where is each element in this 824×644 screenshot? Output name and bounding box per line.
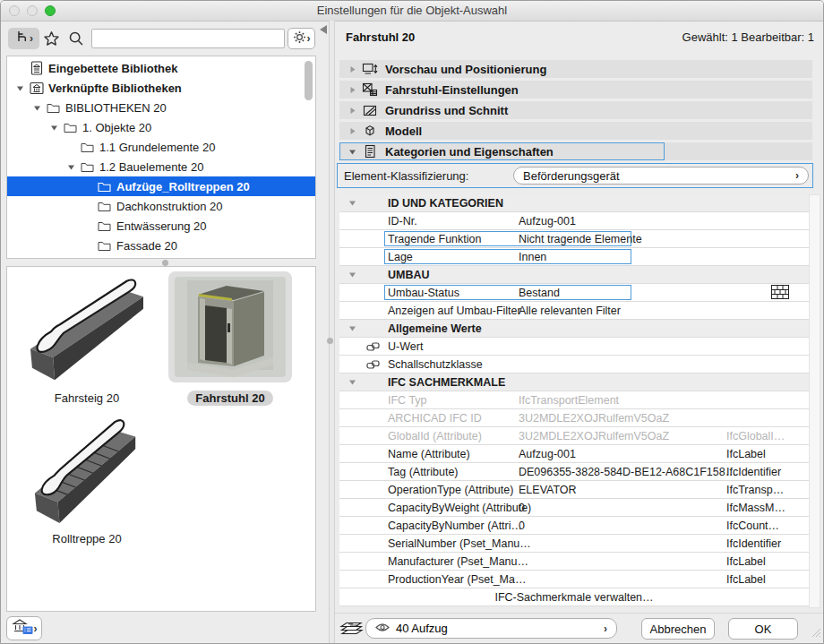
property-value[interactable]: 0 [519, 519, 726, 532]
property-row-anzeigen-auf-umbau-filter[interactable]: Anzeigen auf Umbau-FilterAlle relevanten… [339, 302, 809, 320]
property-value[interactable]: 3U2MDLE2XOJRulfemV5OaZ [519, 430, 726, 442]
collapse-pane-icon[interactable] [320, 25, 327, 34]
tree-item-bibliotheken-20[interactable]: BIBLIOTHEKEN 20 [7, 98, 315, 117]
layer-dropdown[interactable]: 40 Aufzug › [365, 618, 617, 639]
property-value[interactable]: IfcTransportElement [519, 394, 726, 407]
tree-item-dachkonstruktion-20[interactable]: Dachkonstruktion 20 [7, 196, 315, 216]
horizontal-splitter[interactable] [162, 260, 168, 266]
property-row-serialnumber-pset-manu[interactable]: SerialNumber (Pset_Manu…IfcIdentifier [339, 535, 809, 553]
folder-icon [44, 102, 63, 114]
property-row-schallschutzklasse[interactable]: Schallschutzklasse [339, 356, 809, 374]
property-row-capacitybyweight-attribute[interactable]: CapacityByWeight (Attribute)0IfcMassM… [339, 499, 809, 517]
tree-item-label: Entwässerung 20 [116, 219, 206, 233]
renovation-brick-icon[interactable] [771, 285, 789, 302]
property-row-productionyear-pset-ma[interactable]: ProductionYear (Pset_Ma…IfcLabel [339, 571, 809, 588]
property-section-allgemeine-werte[interactable]: Allgemeine Werte [339, 320, 809, 338]
property-row-archicad-ifc-id[interactable]: ARCHICAD IFC ID3U2MDLE2XOJRulfemV5OaZ [339, 409, 809, 427]
tree-item-fassade-20[interactable]: Fassade 20 [7, 236, 315, 255]
tree-item-eingebettete-bibliothek[interactable]: Eingebettete Bibliothek [7, 58, 315, 78]
property-row-lage[interactable]: LageInnen [339, 248, 809, 266]
tree-item-1-2-bauelemente-20[interactable]: 1.2 Bauelemente 20 [7, 157, 315, 176]
chevron-down-icon[interactable] [339, 199, 365, 207]
search-input[interactable] [91, 29, 285, 48]
property-name: Lage [386, 251, 519, 263]
property-row-ifc-typ[interactable]: IFC TypIfcTransportElement [339, 391, 809, 409]
property-value[interactable]: Aufzug-001 [519, 448, 726, 460]
tree-item-1-objekte-20[interactable]: 1. Objekte 20 [7, 117, 315, 137]
property-row-manufacturer-pset-manu[interactable]: Manufacturer (Pset_Manu…IfcLabel [339, 553, 809, 571]
property-row-tragende-funktion[interactable]: Tragende FunktionNicht tragende Elemente [339, 230, 809, 248]
tree-item-entw-sserung-20[interactable]: Entwässerung 20 [7, 216, 315, 236]
tree-expand-icon[interactable] [47, 124, 61, 132]
chevron-down-icon[interactable] [339, 270, 365, 279]
property-value[interactable]: Nicht tragende Elemente [519, 233, 726, 245]
property-value[interactable]: Bestand [519, 287, 726, 299]
tree-item-label: 1.1 Grundelemente 20 [99, 141, 215, 154]
property-row-globalid-attribute[interactable]: GlobalId (Attribute)3U2MDLE2XOJRulfemV5O… [339, 427, 809, 445]
categories-icon [361, 144, 379, 159]
fahrsteig-thumbnail[interactable] [20, 274, 154, 392]
property-section-ifc-sachmerkmale[interactable]: IFC SACHMERKMALE [339, 374, 809, 391]
gear-icon [293, 30, 306, 47]
rolltreppe-thumbnail[interactable] [27, 412, 147, 532]
property-name: CapacityByNumber (Attri… [386, 519, 519, 532]
property-value[interactable]: ELEVATOR [519, 484, 726, 496]
property-value[interactable]: 0 [519, 502, 726, 514]
cancel-button[interactable]: Abbrechen [641, 618, 715, 640]
vertical-splitter[interactable] [329, 21, 335, 643]
manage-ifc-properties-link[interactable]: IFC-Sachmerkmale verwalten… [339, 588, 809, 606]
thumbnail-label[interactable]: Fahrsteig 20 [20, 391, 154, 405]
library-manager-button[interactable]: › [6, 616, 42, 640]
property-value[interactable]: Aufzug-001 [519, 215, 726, 228]
chevron-right-icon: › [307, 33, 311, 44]
property-value[interactable]: DE096355-3828-584D-BE12-A68C1F158… [519, 466, 726, 478]
chevron-right-icon: › [30, 33, 33, 44]
favorites-star-icon[interactable] [43, 30, 60, 51]
ok-button[interactable]: OK [728, 618, 798, 640]
fahrstuhl-thumbnail[interactable] [168, 271, 292, 382]
chevron-right-icon [346, 107, 358, 115]
chevron-down-icon[interactable] [339, 324, 365, 332]
property-value[interactable]: Alle relevanten Filter [519, 305, 726, 317]
property-section-umbau[interactable]: UMBAU [339, 266, 809, 284]
property-row-tag-attribute[interactable]: Tag (Attribute)DE096355-3828-584D-BE12-A… [339, 463, 809, 481]
vertical-splitter-handle[interactable] [327, 338, 333, 344]
section-label: Vorschau und Positionierung [385, 63, 546, 76]
layers-icon[interactable] [339, 619, 364, 640]
property-row-capacitybynumber-attri[interactable]: CapacityByNumber (Attri…0IfcCount… [339, 517, 809, 535]
property-row-umbau-status[interactable]: Umbau-StatusBestand [339, 284, 809, 302]
ifc-type: IfcIdentifier [726, 537, 809, 550]
section-fahrstuhl-einstellungen[interactable]: Fahrstuhl-Einstellungen [339, 81, 812, 99]
property-row-id-nr[interactable]: ID-Nr.Aufzug-001 [339, 212, 809, 230]
resize-grip[interactable] [810, 625, 821, 641]
tree-item-verkn-pfte-bibliotheken[interactable]: Verknüpfte Bibliotheken [7, 78, 315, 98]
properties-scrollbar[interactable] [809, 194, 820, 608]
folder-icon [95, 220, 114, 232]
property-value[interactable]: Innen [519, 251, 726, 263]
settings-menu-button[interactable]: › [288, 28, 315, 49]
property-row-operationtype-attribute[interactable]: OperationType (Attribute)ELEVATORIfcTran… [339, 481, 809, 499]
section-vorschau-und-positionierung[interactable]: Vorschau und Positionierung [339, 60, 812, 78]
property-value[interactable]: 3U2MDLE2XOJRulfemV5OaZ [519, 412, 726, 425]
tree-expand-icon[interactable] [30, 104, 44, 112]
search-icon[interactable] [68, 30, 84, 50]
chevron-down-icon[interactable] [339, 378, 365, 386]
section-modell[interactable]: Modell [339, 122, 812, 140]
section-grundriss-und-schnitt[interactable]: Grundriss und Schnitt [339, 101, 812, 119]
tree-item-1-1-grundelemente-20[interactable]: 1.1 Grundelemente 20 [7, 137, 315, 157]
property-section-label: ID UND KATEGORIEN [386, 197, 503, 210]
folder-icon [95, 201, 114, 212]
property-name: U-Wert [386, 340, 519, 353]
classification-dropdown[interactable]: Beförderungsgerät › [513, 167, 809, 185]
property-row-u-wert[interactable]: U-Wert [339, 338, 809, 356]
tree-expand-icon[interactable] [13, 84, 27, 92]
thumbnail-label[interactable]: Rolltreppe 20 [27, 532, 147, 545]
section-kategorien-und-eigenschaften[interactable]: Kategorien und Eigenschaften [339, 142, 812, 160]
property-section-id-und-kategorien[interactable]: ID UND KATEGORIEN [339, 194, 809, 212]
object-type-button[interactable]: › [8, 28, 39, 49]
tree-item-aufz-ge-rolltreppen-20[interactable]: Aufzüge_Rolltreppen 20 [7, 176, 315, 196]
tree-scrollbar[interactable] [305, 61, 313, 100]
thumbnail-label-selected[interactable]: Fahrstuhl 20 [168, 391, 292, 406]
tree-expand-icon[interactable] [64, 163, 78, 171]
property-row-name-attribute[interactable]: Name (Attribute)Aufzug-001IfcLabel [339, 445, 809, 463]
